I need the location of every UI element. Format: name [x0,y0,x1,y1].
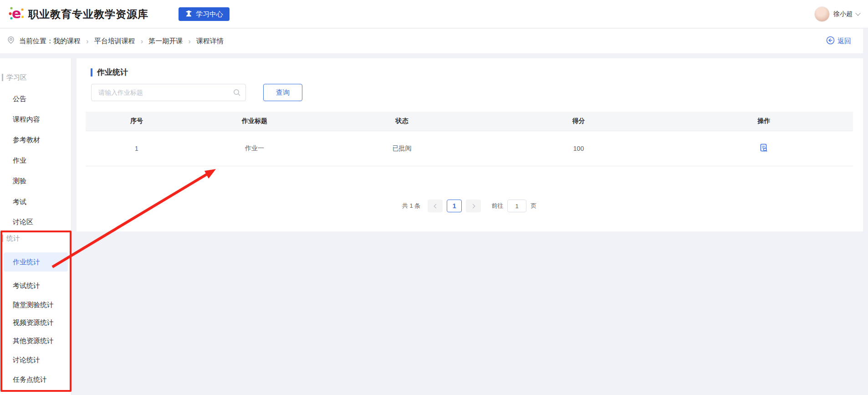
homework-statistics-table: 序号 作业标题 状态 得分 操作 1 作业一 已批阅 100 [86,112,853,166]
avatar [814,6,830,22]
column-header-title: 作业标题 [188,117,322,125]
chevron-down-icon [855,10,860,15]
sidebar-item-discussion-area[interactable]: 讨论区 [13,216,33,227]
chevron-right-icon [470,204,475,208]
column-header-no: 序号 [86,117,188,125]
sidebar-item-course-content[interactable]: 课程内容 [13,114,40,125]
goto-unit: 页 [531,202,536,210]
sidebar-item-reference-materials[interactable]: 参考教材 [13,134,40,145]
breadcrumb-item-platform-training[interactable]: 平台培训课程 [94,37,135,46]
view-detail-button[interactable] [760,144,768,154]
breadcrumb-item-course-detail: 课程详情 [196,37,224,46]
section-bar-icon [2,235,3,242]
learning-center-button[interactable]: 学习中心 [179,7,230,21]
pagination-page-1[interactable]: 1 [447,200,462,212]
pagination-prev-button[interactable] [428,200,443,212]
page-title: 作业统计 [91,67,128,77]
breadcrumb-prefix: 当前位置： [19,37,53,46]
search-icon[interactable] [233,89,241,98]
sidebar-item-homework-statistics[interactable]: 作业统计 [4,252,68,272]
column-header-action: 操作 [675,117,853,125]
breadcrumb-separator-icon: › [141,37,143,45]
breadcrumb-separator-icon: › [188,37,191,45]
sidebar-item-inclass-quiz-statistics[interactable]: 随堂测验统计 [13,299,54,310]
pagination-total: 共 1 条 [402,202,420,210]
logo-icon: e [8,5,25,23]
sidebar: 学习区 公告 课程内容 参考教材 作业 测验 考试 讨论区 统计 作业统计 考试… [0,58,71,395]
location-pin-icon [7,36,15,46]
user-name: 徐小超 [833,10,853,18]
query-button[interactable]: 查询 [263,84,302,101]
cell-title: 作业一 [188,144,322,153]
goto-label: 前往 [491,202,503,210]
user-menu[interactable]: 徐小超 [814,5,860,23]
column-header-score: 得分 [482,117,675,125]
document-view-icon [760,144,768,154]
table-header-row: 序号 作业标题 状态 得分 操作 [86,112,853,131]
pagination-next-button[interactable] [466,200,481,212]
sidebar-section-learning-area: 学习区 [2,72,27,83]
back-label: 返回 [837,37,851,46]
sidebar-item-exam[interactable]: 考试 [13,196,26,207]
pagination: 共 1 条 1 前往 页 [86,200,853,212]
breadcrumb-bar: 当前位置： 我的课程 › 平台培训课程 › 第一期开课 › 课程详情 返回 [0,29,863,53]
sidebar-item-homework[interactable]: 作业 [13,155,26,166]
table-row: 1 作业一 已批阅 100 [86,131,853,166]
cell-no: 1 [86,145,188,152]
sidebar-item-discussion-statistics[interactable]: 讨论统计 [13,354,40,365]
scholar-icon [185,10,193,19]
app-logo: e 职业教育专业教学资源库 [8,0,148,28]
main-panel: 作业统计 查询 序号 作业标题 状态 得分 操作 1 作业一 已批阅 100 [77,58,863,231]
sidebar-section-statistics: 统计 [2,233,20,244]
breadcrumb-separator-icon: › [86,37,89,45]
cell-score: 100 [482,145,675,152]
sidebar-item-quiz[interactable]: 测验 [13,175,26,186]
breadcrumb-item-first-session[interactable]: 第一期开课 [148,37,183,46]
sidebar-item-exam-statistics[interactable]: 考试统计 [13,280,40,291]
search-input[interactable] [91,84,246,101]
cell-status: 已批阅 [322,144,482,153]
section-bar-icon [2,74,3,81]
app-header: e 职业教育专业教学资源库 学习中心 徐小超 [0,0,868,28]
title-accent-bar [91,68,92,77]
sidebar-item-other-resource-statistics[interactable]: 其他资源统计 [13,335,54,346]
app-title: 职业教育专业教学资源库 [28,7,148,21]
back-link[interactable]: 返回 [826,36,851,46]
svg-text:e: e [12,5,21,21]
breadcrumb-item-my-courses[interactable]: 我的课程 [53,37,81,46]
sidebar-item-announcements[interactable]: 公告 [13,93,26,104]
page-title-text: 作业统计 [97,67,128,77]
learning-center-label: 学习中心 [196,10,223,19]
sidebar-item-task-point-statistics[interactable]: 任务点统计 [13,374,47,385]
sidebar-item-video-resource-statistics[interactable]: 视频资源统计 [13,317,54,328]
goto-page-input[interactable] [507,200,526,212]
column-header-status: 状态 [322,117,482,125]
page: e 职业教育专业教学资源库 学习中心 徐小超 [0,0,868,395]
chevron-left-icon [434,204,438,208]
circle-arrow-left-icon [826,36,835,46]
